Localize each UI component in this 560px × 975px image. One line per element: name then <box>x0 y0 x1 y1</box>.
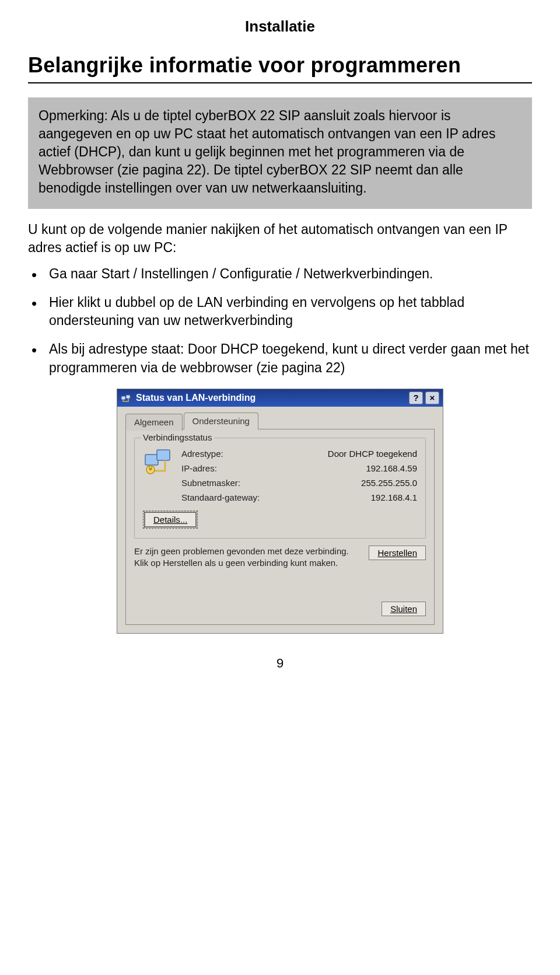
svg-rect-3 <box>157 450 170 460</box>
value-address-type: Door DHCP toegekend <box>328 449 417 459</box>
value-gateway: 192.168.4.1 <box>371 492 417 502</box>
row-ip: IP-adres: 192.168.4.59 <box>181 461 417 476</box>
tab-general[interactable]: Algemeen <box>125 414 183 431</box>
list-item: Als bij adrestype staat: Door DHCP toege… <box>49 340 532 376</box>
section-header: Installatie <box>28 18 532 36</box>
row-address-type: Adrestype: Door DHCP toegekend <box>181 446 417 461</box>
row-gateway: Standaard-gateway: 192.168.4.1 <box>181 490 417 505</box>
tab-panel-support: Verbindingsstatus <box>125 429 435 625</box>
list-item: Hier klikt u dubbel op de LAN verbinding… <box>49 293 532 330</box>
network-status-icon <box>121 393 131 403</box>
details-button-label: Details... <box>153 515 187 525</box>
bullet-list: Ga naar Start / Instellingen / Configura… <box>28 265 532 376</box>
repair-button[interactable]: Herstellen <box>369 546 426 560</box>
tab-support[interactable]: Ondersteuning <box>184 413 258 429</box>
close-footer-button[interactable]: Sluiten <box>382 602 426 616</box>
label-address-type: Adrestype: <box>181 449 223 459</box>
svg-rect-1 <box>126 395 130 399</box>
svg-rect-2 <box>145 455 158 465</box>
heading-divider <box>28 82 532 83</box>
page-heading: Belangrijke informatie voor programmeren <box>28 53 532 78</box>
label-gateway: Standaard-gateway: <box>181 492 260 502</box>
close-footer-label: Sluiten <box>390 604 417 614</box>
connection-status-group: Verbindingsstatus <box>134 438 426 539</box>
row-subnet: Subnetmasker: 255.255.255.0 <box>181 476 417 490</box>
value-subnet: 255.255.255.0 <box>361 478 417 488</box>
status-dialog: Status van LAN-verbinding ? × Algemeen O… <box>117 389 443 634</box>
group-legend: Verbindingsstatus <box>141 432 214 442</box>
svg-rect-0 <box>121 396 125 400</box>
repair-button-label: Herstellen <box>377 548 417 558</box>
note-box: Opmerking: Als u de tiptel cyberBOX 22 S… <box>28 97 532 209</box>
repair-text: Er zijn geen problemen gevonden met deze… <box>134 546 360 569</box>
dialog-titlebar: Status van LAN-verbinding ? × <box>117 389 443 407</box>
close-button[interactable]: × <box>425 392 439 404</box>
label-subnet: Subnetmasker: <box>181 478 240 488</box>
help-button[interactable]: ? <box>409 392 423 404</box>
intro-paragraph: U kunt op de volgende manier nakijken of… <box>28 221 532 257</box>
svg-rect-5 <box>149 468 152 470</box>
list-item: Ga naar Start / Instellingen / Configura… <box>49 265 532 283</box>
value-ip: 192.168.4.59 <box>366 463 417 473</box>
tab-strip: Algemeen Ondersteuning <box>125 413 435 429</box>
page-number: 9 <box>28 656 532 671</box>
details-button[interactable]: Details... <box>145 512 196 527</box>
dialog-title: Status van LAN-verbinding <box>136 393 404 403</box>
network-icon <box>143 446 173 477</box>
label-ip: IP-adres: <box>181 463 217 473</box>
